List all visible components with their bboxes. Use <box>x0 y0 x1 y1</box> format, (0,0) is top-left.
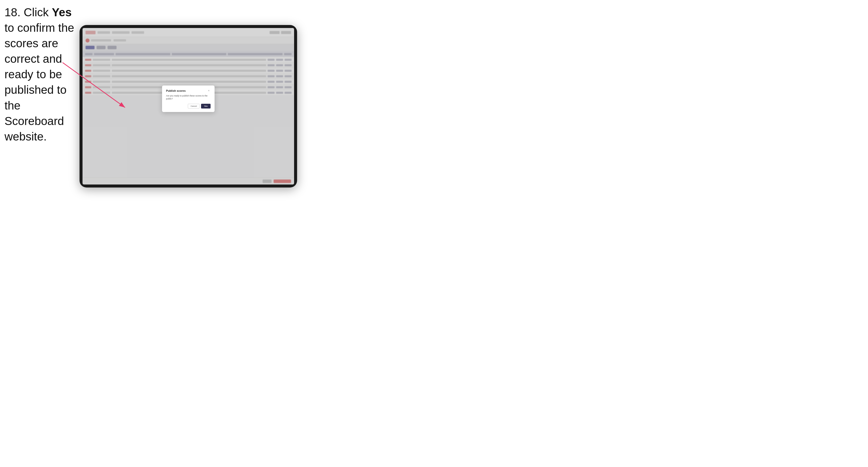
instruction-text: 18. Click Yes to confirm the scores are … <box>4 4 77 144</box>
modal-title-row: Publish scores × <box>166 89 211 93</box>
bold-yes: Yes <box>52 6 71 19</box>
modal-dialog: Publish scores × Are you ready to publis… <box>162 86 215 112</box>
tablet-device: Publish scores × Are you ready to publis… <box>80 25 297 187</box>
modal-body-text: Are you ready to publish these scores to… <box>166 94 211 100</box>
modal-cancel-button[interactable]: Cancel <box>188 104 199 108</box>
modal-close-button[interactable]: × <box>207 89 211 93</box>
tablet-screen: Publish scores × Are you ready to publis… <box>83 28 294 185</box>
modal-title: Publish scores <box>166 89 186 92</box>
modal-yes-button[interactable]: Yes <box>201 104 211 108</box>
modal-actions: Cancel Yes <box>166 104 211 108</box>
step-number: 18. <box>4 6 21 19</box>
modal-overlay: Publish scores × Are you ready to publis… <box>83 28 294 185</box>
